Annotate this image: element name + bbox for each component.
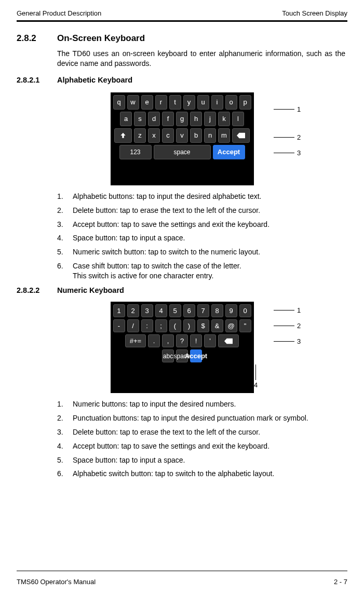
- key-a[interactable]: a: [120, 112, 132, 126]
- list-item: 3.Accept button: tap to save the setting…: [57, 220, 347, 230]
- list-number: 1.: [57, 399, 73, 409]
- key-;[interactable]: ;: [155, 319, 167, 332]
- key-m[interactable]: m: [218, 128, 230, 143]
- list-item: 1.Numeric buttons: tap to input the desi…: [57, 399, 347, 409]
- list-number: 6.: [57, 261, 73, 281]
- n-callout-3: 3: [297, 338, 301, 345]
- key-w[interactable]: w: [127, 95, 139, 110]
- list-number: 4.: [57, 441, 73, 451]
- key-h[interactable]: h: [190, 112, 202, 126]
- key-6[interactable]: 6: [183, 304, 195, 317]
- key-t[interactable]: t: [169, 95, 181, 110]
- key-i[interactable]: i: [211, 95, 223, 110]
- key-r[interactable]: r: [155, 95, 167, 110]
- shift-icon: [119, 132, 127, 139]
- intro-text: The TD60 uses an on-screen keyboard to e…: [57, 49, 345, 69]
- header-rule: [17, 20, 347, 22]
- list-text: Case shift button: tap to switch the cas…: [73, 261, 347, 281]
- key-y[interactable]: y: [183, 95, 195, 110]
- delete-key[interactable]: [232, 128, 250, 143]
- key-/[interactable]: /: [127, 319, 139, 332]
- list-item: 1.Alphabetic buttons: tap to input the d…: [57, 192, 347, 201]
- key-x[interactable]: x: [148, 128, 160, 143]
- list-text: Alphabetic buttons: tap to input the des…: [73, 192, 347, 201]
- key-p[interactable]: p: [239, 95, 251, 110]
- key-3[interactable]: 3: [141, 304, 153, 317]
- alphabetic-keyboard: qwertyuiop asdfghjkl zxcvbnm 123 space A…: [111, 92, 254, 185]
- key-s[interactable]: s: [134, 112, 146, 126]
- list-numeric: 1.Numeric buttons: tap to input the desi…: [57, 399, 347, 479]
- subsection2-number: 2.8.2.2: [17, 286, 57, 294]
- subsection2-title: Numeric Keyboard: [57, 286, 124, 294]
- key-o[interactable]: o: [225, 95, 237, 110]
- key-n[interactable]: n: [204, 128, 216, 143]
- footer-right: 2 - 7: [334, 578, 347, 586]
- key-j[interactable]: j: [204, 112, 216, 126]
- delete-key-numeric[interactable]: [218, 334, 239, 347]
- callout-3: 3: [297, 149, 301, 157]
- alpha-switch-key[interactable]: abc: [162, 349, 174, 362]
- key-?[interactable]: ?: [176, 334, 188, 347]
- numeric-switch-key[interactable]: 123: [119, 145, 152, 159]
- key-c[interactable]: c: [162, 128, 174, 143]
- key-)[interactable]: ): [183, 319, 195, 332]
- header-left: General Product Description: [17, 9, 101, 17]
- list-item: 4.Accept button: tap to save the setting…: [57, 441, 347, 451]
- list-item: 6.Case shift button: tap to switch the c…: [57, 261, 347, 281]
- key-'[interactable]: ': [204, 334, 216, 347]
- key-&[interactable]: &: [211, 319, 223, 332]
- list-item: 2.Delete button: tap to erase the text t…: [57, 206, 347, 215]
- key-f[interactable]: f: [162, 112, 174, 126]
- callout-2: 2: [297, 133, 301, 141]
- key-2[interactable]: 2: [127, 304, 139, 317]
- key-5[interactable]: 5: [169, 304, 181, 317]
- key--[interactable]: -: [113, 319, 125, 332]
- list-text: Numeric buttons: tap to input the desire…: [73, 399, 347, 409]
- key-8[interactable]: 8: [211, 304, 223, 317]
- key-![interactable]: !: [190, 334, 202, 347]
- key-b[interactable]: b: [190, 128, 202, 143]
- accept-key-numeric[interactable]: Accept: [190, 349, 202, 362]
- key-g[interactable]: g: [176, 112, 188, 126]
- list-number: 3.: [57, 220, 73, 230]
- key-.[interactable]: .: [148, 334, 160, 347]
- key-l[interactable]: l: [232, 112, 244, 126]
- footer-left: TMS60 Operator's Manual: [17, 578, 96, 586]
- key-([interactable]: (: [169, 319, 181, 332]
- key-4[interactable]: 4: [155, 304, 167, 317]
- header-right: Touch Screen Display: [282, 9, 347, 17]
- footer-rule: [17, 571, 347, 571]
- subsection1-title: Alphabetic Keyboard: [57, 76, 132, 84]
- key-v[interactable]: v: [176, 128, 188, 143]
- list-number: 2.: [57, 413, 73, 423]
- key-1[interactable]: 1: [113, 304, 125, 317]
- key-@[interactable]: @: [225, 319, 237, 332]
- key-q[interactable]: q: [113, 95, 125, 110]
- space-key[interactable]: space: [154, 145, 211, 159]
- accept-key[interactable]: Accept: [213, 145, 245, 159]
- n-callout-2: 2: [297, 322, 301, 330]
- list-item: 6.Alphabetic switch button: tap to switc…: [57, 469, 347, 479]
- key-u[interactable]: u: [197, 95, 209, 110]
- key-k[interactable]: k: [218, 112, 230, 126]
- key-:[interactable]: :: [141, 319, 153, 332]
- key-,[interactable]: ,: [162, 334, 174, 347]
- list-number: 4.: [57, 233, 73, 243]
- symbol-switch-key[interactable]: #+=: [125, 334, 146, 347]
- list-text: Numeric switch button: tap to switch to …: [73, 247, 347, 257]
- list-item: 5.Space button: tap to input a space.: [57, 455, 347, 465]
- shift-key[interactable]: [114, 128, 132, 143]
- key-d[interactable]: d: [148, 112, 160, 126]
- key-z[interactable]: z: [134, 128, 146, 143]
- key-e[interactable]: e: [141, 95, 153, 110]
- key-"[interactable]: ": [239, 319, 251, 332]
- backspace-icon: [237, 132, 245, 139]
- key-9[interactable]: 9: [225, 304, 237, 317]
- key-7[interactable]: 7: [197, 304, 209, 317]
- key-0[interactable]: 0: [239, 304, 251, 317]
- subsection1-number: 2.8.2.1: [17, 76, 57, 84]
- n-callout-4: 4: [254, 381, 258, 389]
- list-text: Accept button: tap to save the settings …: [73, 441, 347, 451]
- key-$[interactable]: $: [197, 319, 209, 332]
- list-item: 5.Numeric switch button: tap to switch t…: [57, 247, 347, 257]
